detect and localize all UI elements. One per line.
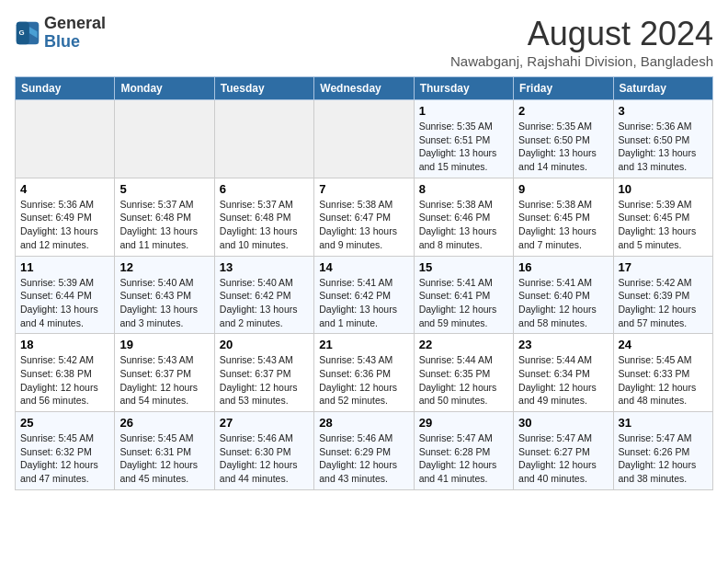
logo-text: General Blue [44, 15, 106, 52]
calendar-cell: 24Sunrise: 5:45 AM Sunset: 6:33 PM Dayli… [613, 334, 712, 412]
calendar-cell: 23Sunrise: 5:44 AM Sunset: 6:34 PM Dayli… [514, 334, 613, 412]
cell-info: Sunrise: 5:46 AM Sunset: 6:29 PM Dayligh… [319, 431, 408, 486]
cell-info: Sunrise: 5:46 AM Sunset: 6:30 PM Dayligh… [220, 431, 309, 486]
calendar-cell: 29Sunrise: 5:47 AM Sunset: 6:28 PM Dayli… [414, 412, 513, 490]
day-number: 21 [319, 338, 408, 351]
main-title: August 2024 [450, 15, 713, 53]
cell-info: Sunrise: 5:36 AM Sunset: 6:50 PM Dayligh… [619, 120, 708, 174]
calendar-cell: 26Sunrise: 5:45 AM Sunset: 6:31 PM Dayli… [115, 412, 214, 490]
day-number: 9 [518, 182, 608, 196]
calendar-cell [115, 100, 214, 178]
calendar-week-3: 11Sunrise: 5:39 AM Sunset: 6:44 PM Dayli… [16, 256, 713, 334]
calendar-cell: 5Sunrise: 5:37 AM Sunset: 6:48 PM Daylig… [115, 178, 214, 256]
calendar-cell: 6Sunrise: 5:37 AM Sunset: 6:48 PM Daylig… [214, 178, 313, 256]
logo: G General Blue [15, 15, 106, 52]
day-header-tuesday: Tuesday [214, 77, 313, 100]
day-header-wednesday: Wednesday [314, 77, 414, 100]
cell-info: Sunrise: 5:41 AM Sunset: 6:40 PM Dayligh… [518, 276, 608, 330]
day-number: 5 [119, 182, 209, 196]
calendar-cell: 31Sunrise: 5:47 AM Sunset: 6:26 PM Dayli… [613, 412, 712, 490]
day-number: 3 [619, 104, 708, 118]
calendar-cell: 17Sunrise: 5:42 AM Sunset: 6:39 PM Dayli… [613, 256, 712, 334]
day-number: 27 [220, 416, 309, 430]
calendar-cell: 22Sunrise: 5:44 AM Sunset: 6:35 PM Dayli… [414, 334, 513, 412]
cell-info: Sunrise: 5:39 AM Sunset: 6:44 PM Dayligh… [20, 276, 109, 330]
calendar-cell: 8Sunrise: 5:38 AM Sunset: 6:46 PM Daylig… [414, 178, 513, 256]
day-number: 28 [319, 416, 408, 430]
day-number: 20 [220, 338, 309, 351]
cell-info: Sunrise: 5:44 AM Sunset: 6:35 PM Dayligh… [419, 353, 508, 408]
cell-info: Sunrise: 5:40 AM Sunset: 6:43 PM Dayligh… [119, 276, 209, 330]
cell-info: Sunrise: 5:42 AM Sunset: 6:39 PM Dayligh… [619, 276, 708, 330]
calendar-cell: 16Sunrise: 5:41 AM Sunset: 6:40 PM Dayli… [514, 256, 613, 334]
day-number: 22 [419, 338, 508, 351]
cell-info: Sunrise: 5:37 AM Sunset: 6:48 PM Dayligh… [220, 198, 309, 252]
day-number: 8 [419, 182, 508, 196]
day-number: 30 [518, 416, 608, 430]
cell-info: Sunrise: 5:38 AM Sunset: 6:45 PM Dayligh… [518, 198, 608, 252]
subtitle: Nawabganj, Rajshahi Division, Bangladesh [450, 53, 713, 69]
calendar-cell: 9Sunrise: 5:38 AM Sunset: 6:45 PM Daylig… [514, 178, 613, 256]
cell-info: Sunrise: 5:45 AM Sunset: 6:33 PM Dayligh… [619, 353, 708, 408]
day-number: 23 [518, 338, 608, 351]
header-row: SundayMondayTuesdayWednesdayThursdayFrid… [16, 77, 713, 100]
calendar-cell [16, 100, 115, 178]
calendar-cell: 18Sunrise: 5:42 AM Sunset: 6:38 PM Dayli… [16, 334, 115, 412]
day-number: 26 [119, 416, 209, 430]
calendar-cell: 25Sunrise: 5:45 AM Sunset: 6:32 PM Dayli… [16, 412, 115, 490]
day-number: 1 [419, 104, 508, 118]
cell-info: Sunrise: 5:41 AM Sunset: 6:41 PM Dayligh… [419, 276, 508, 330]
day-header-monday: Monday [115, 77, 214, 100]
calendar-table: SundayMondayTuesdayWednesdayThursdayFrid… [15, 76, 713, 490]
day-number: 29 [419, 416, 508, 430]
calendar-cell: 4Sunrise: 5:36 AM Sunset: 6:49 PM Daylig… [16, 178, 115, 256]
title-area: August 2024 Nawabganj, Rajshahi Division… [450, 15, 713, 69]
calendar-week-1: 1Sunrise: 5:35 AM Sunset: 6:51 PM Daylig… [16, 100, 713, 178]
calendar-cell: 12Sunrise: 5:40 AM Sunset: 6:43 PM Dayli… [115, 256, 214, 334]
day-number: 6 [220, 182, 309, 196]
cell-info: Sunrise: 5:41 AM Sunset: 6:42 PM Dayligh… [319, 276, 408, 330]
cell-info: Sunrise: 5:35 AM Sunset: 6:50 PM Dayligh… [518, 120, 608, 174]
calendar-cell: 19Sunrise: 5:43 AM Sunset: 6:37 PM Dayli… [115, 334, 214, 412]
day-number: 25 [20, 416, 109, 430]
calendar-week-5: 25Sunrise: 5:45 AM Sunset: 6:32 PM Dayli… [16, 412, 713, 490]
cell-info: Sunrise: 5:47 AM Sunset: 6:28 PM Dayligh… [419, 431, 508, 486]
cell-info: Sunrise: 5:37 AM Sunset: 6:48 PM Dayligh… [119, 198, 209, 252]
cell-info: Sunrise: 5:45 AM Sunset: 6:31 PM Dayligh… [119, 431, 209, 486]
calendar-cell [314, 100, 414, 178]
calendar-cell: 15Sunrise: 5:41 AM Sunset: 6:41 PM Dayli… [414, 256, 513, 334]
day-number: 11 [20, 260, 109, 274]
calendar-cell: 30Sunrise: 5:47 AM Sunset: 6:27 PM Dayli… [514, 412, 613, 490]
day-header-friday: Friday [514, 77, 613, 100]
cell-info: Sunrise: 5:35 AM Sunset: 6:51 PM Dayligh… [419, 120, 508, 174]
day-number: 16 [518, 260, 608, 274]
logo-icon: G [15, 20, 40, 46]
calendar-week-4: 18Sunrise: 5:42 AM Sunset: 6:38 PM Dayli… [16, 334, 713, 412]
calendar-body: 1Sunrise: 5:35 AM Sunset: 6:51 PM Daylig… [16, 100, 713, 490]
cell-info: Sunrise: 5:40 AM Sunset: 6:42 PM Dayligh… [220, 276, 309, 330]
calendar-cell: 11Sunrise: 5:39 AM Sunset: 6:44 PM Dayli… [16, 256, 115, 334]
calendar-header: SundayMondayTuesdayWednesdayThursdayFrid… [16, 77, 713, 100]
calendar-cell: 3Sunrise: 5:36 AM Sunset: 6:50 PM Daylig… [613, 100, 712, 178]
day-number: 17 [619, 260, 708, 274]
page-header: G General Blue August 2024 Nawabganj, Ra… [15, 15, 713, 69]
calendar-week-2: 4Sunrise: 5:36 AM Sunset: 6:49 PM Daylig… [16, 178, 713, 256]
calendar-cell: 14Sunrise: 5:41 AM Sunset: 6:42 PM Dayli… [314, 256, 414, 334]
cell-info: Sunrise: 5:43 AM Sunset: 6:37 PM Dayligh… [119, 353, 209, 408]
day-number: 10 [619, 182, 708, 196]
calendar-cell: 2Sunrise: 5:35 AM Sunset: 6:50 PM Daylig… [514, 100, 613, 178]
calendar-cell: 13Sunrise: 5:40 AM Sunset: 6:42 PM Dayli… [214, 256, 313, 334]
day-number: 12 [119, 260, 209, 274]
day-number: 4 [20, 182, 109, 196]
day-number: 15 [419, 260, 508, 274]
day-number: 14 [319, 260, 408, 274]
calendar-cell: 10Sunrise: 5:39 AM Sunset: 6:45 PM Dayli… [613, 178, 712, 256]
calendar-cell [214, 100, 313, 178]
calendar-cell: 21Sunrise: 5:43 AM Sunset: 6:36 PM Dayli… [314, 334, 414, 412]
calendar-cell: 28Sunrise: 5:46 AM Sunset: 6:29 PM Dayli… [314, 412, 414, 490]
cell-info: Sunrise: 5:43 AM Sunset: 6:37 PM Dayligh… [220, 353, 309, 408]
day-number: 2 [518, 104, 608, 118]
calendar-cell: 27Sunrise: 5:46 AM Sunset: 6:30 PM Dayli… [214, 412, 313, 490]
cell-info: Sunrise: 5:44 AM Sunset: 6:34 PM Dayligh… [518, 353, 608, 408]
cell-info: Sunrise: 5:43 AM Sunset: 6:36 PM Dayligh… [319, 353, 408, 408]
